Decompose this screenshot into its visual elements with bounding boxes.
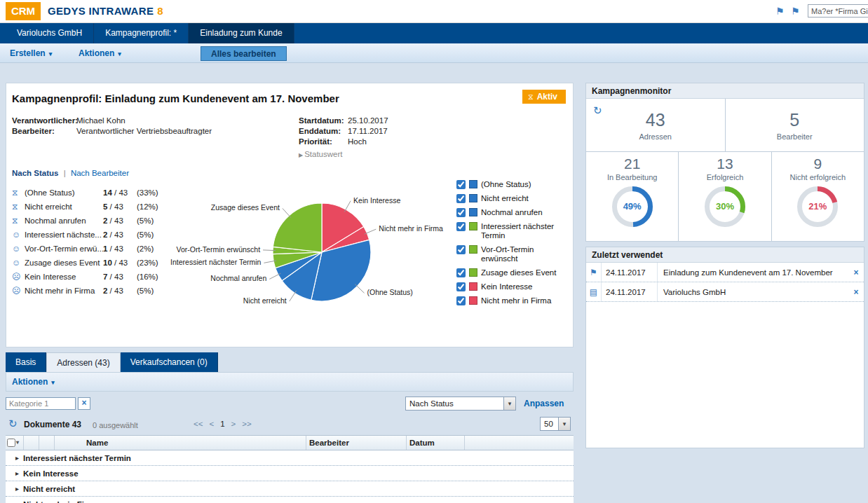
- first-page-button[interactable]: <<: [194, 420, 203, 428]
- expand-triangle-icon[interactable]: ▸: [15, 454, 19, 462]
- status-row[interactable]: ☺Interessiert nächste...2 / 43(5%): [12, 228, 180, 242]
- recent-item[interactable]: ⚑ 24.11.2017 Einladung zum Kundenevent a…: [586, 263, 864, 282]
- expand-triangle-icon[interactable]: ▸: [15, 469, 19, 477]
- legend-item[interactable]: (Ohne Status): [456, 180, 571, 189]
- alles-bearbeiten-button[interactable]: Alles bearbeiten: [201, 46, 287, 61]
- clear-filter-icon[interactable]: ×: [78, 397, 90, 410]
- status-label: Nicht erreicht: [25, 202, 103, 211]
- table-group-row[interactable]: ▸Kein Interesse: [6, 466, 574, 481]
- expand-triangle-icon[interactable]: ▸: [15, 485, 19, 492]
- legend-checkbox[interactable]: [456, 296, 466, 305]
- adressen-count: 43: [646, 110, 665, 130]
- status-row[interactable]: ☹Nicht mehr in Firma2 / 43(5%): [12, 284, 180, 298]
- status-row[interactable]: ⧖Nicht erreicht5 / 43(12%): [12, 200, 180, 214]
- erstellen-menu[interactable]: Erstellen▾: [10, 48, 52, 58]
- svg-text:Kein Interesse: Kein Interesse: [353, 196, 400, 205]
- expand-triangle-icon[interactable]: ▸: [15, 500, 19, 503]
- svg-text:Nochmal anrufen: Nochmal anrufen: [210, 274, 266, 282]
- legend-item[interactable]: Nicht erreicht: [456, 194, 571, 203]
- select-all-checkbox[interactable]: [7, 439, 15, 447]
- column-header-bearbeiter[interactable]: Bearbeiter: [306, 436, 407, 450]
- legend-item[interactable]: Interessiert nächster Termin: [456, 222, 571, 240]
- tab-varioluchs-gmbh[interactable]: Varioluchs GmbH: [6, 23, 94, 43]
- tab-basis[interactable]: Basis: [6, 352, 46, 372]
- status-row[interactable]: ⧖(Ohne Status)14 / 43(33%): [12, 186, 180, 200]
- monitor-adressen-cell: ↻ 43 Adressen: [586, 99, 726, 151]
- status-percent: (5%): [137, 216, 154, 225]
- command-bar: Erstellen▾ Aktionen▾ Alles bearbeiten: [0, 43, 868, 63]
- refresh-icon[interactable]: ↻: [8, 418, 18, 430]
- legend-color-swatch: [469, 282, 477, 291]
- tab-adressen[interactable]: Adressen (43): [46, 352, 120, 372]
- legend-checkbox[interactable]: [456, 245, 466, 254]
- legend-item[interactable]: Nochmal anrufen: [456, 208, 571, 217]
- statuswert-toggle[interactable]: ▶Statuswert: [299, 150, 388, 158]
- monitor-in-bearbeitung-cell: 21 In Bearbeitung 49%: [586, 152, 679, 241]
- monitor-label: Erfolgreich: [707, 173, 744, 181]
- status-row[interactable]: ☺Vor-Ort-Termin erwü...1 / 43(2%): [12, 242, 180, 256]
- page-title: Kampagnenprofil: Einladung zum Kundeneve…: [12, 92, 339, 104]
- legend-checkbox[interactable]: [456, 194, 466, 203]
- legend-checkbox[interactable]: [456, 268, 466, 277]
- status-percent: (5%): [137, 287, 154, 295]
- last-page-button[interactable]: >>: [242, 420, 251, 428]
- view-nach-status[interactable]: Nach Status: [12, 169, 58, 177]
- close-icon[interactable]: ×: [848, 268, 864, 277]
- statuswert-label: Statuswert: [304, 150, 342, 158]
- field-label: Bearbeiter:: [12, 126, 76, 137]
- legend-item[interactable]: Vor-Ort-Termin erwünscht: [456, 245, 571, 263]
- anpassen-link[interactable]: Anpassen: [524, 399, 564, 408]
- page-size-select[interactable]: 50 ▾: [540, 417, 571, 431]
- aktionen-menu[interactable]: Aktionen▾: [79, 48, 121, 58]
- status-row[interactable]: ⧖Nochmal anrufen2 / 43(5%): [12, 214, 180, 228]
- search-input[interactable]: [808, 4, 868, 18]
- select-all-cell[interactable]: ▾: [6, 436, 24, 450]
- tab-verkaufschancen[interactable]: Verkaufschancen (0): [121, 352, 218, 372]
- status-row[interactable]: ☺Zusage dieses Event10 / 43(23%): [12, 256, 180, 270]
- status-percent: (33%): [137, 188, 158, 197]
- legend-label: Zusage dieses Event: [481, 268, 571, 277]
- status-count: 5 / 43: [103, 202, 137, 211]
- group-label: Interessiert nächster Termin: [23, 454, 131, 462]
- app-header: CRM GEDYS INTRAWARE8 ⚑ ⚑: [0, 0, 868, 23]
- refresh-icon[interactable]: ↻: [593, 104, 602, 117]
- legend-checkbox[interactable]: [456, 222, 466, 231]
- legend-checkbox[interactable]: [456, 208, 466, 217]
- legend-item[interactable]: Nicht mehr in Firma: [456, 296, 571, 305]
- field-value: 25.10.2017: [348, 116, 388, 125]
- legend-label: Nochmal anrufen: [481, 208, 571, 217]
- column-header-datum[interactable]: Datum: [407, 436, 465, 450]
- adressen-label: Adressen: [639, 132, 672, 141]
- monitor-bearbeiter-cell: 5 Bearbeiter: [726, 99, 864, 151]
- field-label: Startdatum:: [299, 116, 348, 126]
- view-nach-bearbeiter[interactable]: Nach Bearbeiter: [71, 169, 129, 177]
- recent-item[interactable]: ▤ 24.11.2017 Varioluchs GmbH ×: [586, 282, 864, 302]
- close-icon[interactable]: ×: [848, 287, 864, 297]
- bookmark-icon[interactable]: ⚑: [775, 6, 785, 17]
- status-row[interactable]: ☹Kein Interesse7 / 43(16%): [12, 270, 180, 284]
- table-group-row[interactable]: ▸Nicht mehr in Firma: [6, 497, 574, 503]
- table-group-row[interactable]: ▸Interessiert nächster Termin: [6, 450, 574, 466]
- tab-einladung-zum-kundenevent[interactable]: Einladung zum Kunde: [189, 23, 294, 43]
- table-group-row[interactable]: ▸Nicht erreicht: [6, 481, 574, 497]
- group-by-select[interactable]: Nach Status ▾: [405, 397, 516, 411]
- monitor-label: Nicht erfolgreich: [790, 173, 846, 181]
- category-filter-input[interactable]: [6, 397, 76, 410]
- smiley-icon: ☺: [12, 230, 25, 240]
- status-count: 10 / 43: [103, 259, 137, 267]
- next-page-button[interactable]: >: [231, 420, 236, 428]
- chart-legend: (Ohne Status) Nicht erreicht Nochmal anr…: [456, 180, 571, 310]
- legend-item[interactable]: Kein Interesse: [456, 282, 571, 291]
- legend-item[interactable]: Zusage dieses Event: [456, 268, 571, 277]
- column-header-name[interactable]: Name: [55, 436, 306, 450]
- tab-kampagnenprofil[interactable]: Kampagnenprofil: *: [94, 23, 189, 43]
- bookmark-add-icon[interactable]: ⚑: [791, 6, 800, 17]
- status-badge[interactable]: ⧖Aktiv: [522, 90, 566, 104]
- field-value: 17.11.2017: [348, 127, 388, 135]
- smiley-icon: ☺: [12, 258, 25, 268]
- list-aktionen-menu[interactable]: Aktionen▾: [12, 377, 55, 387]
- status-label: Interessiert nächste...: [25, 230, 103, 239]
- legend-checkbox[interactable]: [456, 282, 466, 291]
- legend-checkbox[interactable]: [456, 180, 466, 189]
- prev-page-button[interactable]: <: [209, 420, 214, 428]
